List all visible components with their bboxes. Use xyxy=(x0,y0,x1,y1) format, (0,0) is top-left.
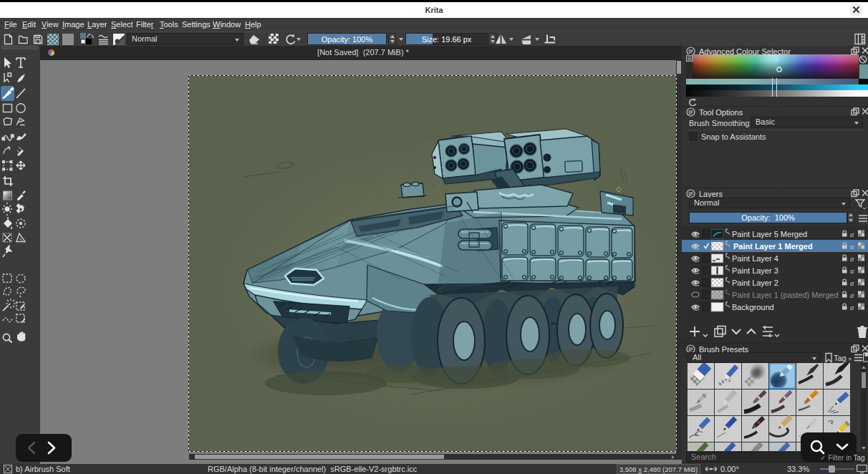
svg-text:Paint Layer 4: Paint Layer 4 xyxy=(732,254,778,263)
svg-text:Background: Background xyxy=(732,303,774,311)
svg-text:Paint Layer 3: Paint Layer 3 xyxy=(732,266,778,275)
svg-text:Paint Layer 5 Merged: Paint Layer 5 Merged xyxy=(732,230,807,238)
svg-text:Paint Layer 1 Merged: Paint Layer 1 Merged xyxy=(733,242,813,251)
svg-text:Paint Layer 2: Paint Layer 2 xyxy=(732,279,778,287)
svg-text:Paint Layer 1 (pasted) Merged: Paint Layer 1 (pasted) Merged xyxy=(732,291,839,299)
